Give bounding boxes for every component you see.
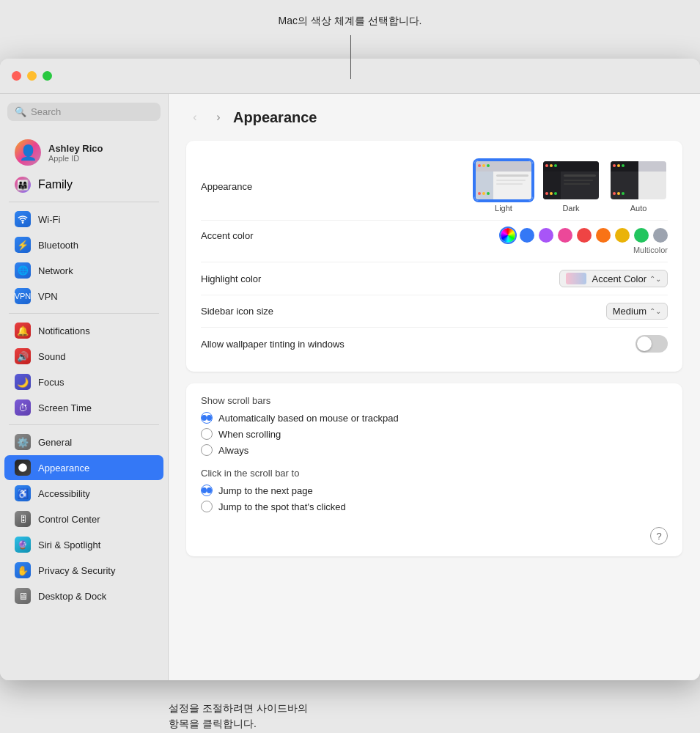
wallpaper-tinting-toggle[interactable] [635, 335, 668, 353]
appearance-label: Appearance [201, 181, 252, 192]
radio-always-label: Always [218, 445, 248, 456]
color-graphite[interactable] [653, 228, 668, 243]
sidebar-icon-size-dropdown[interactable]: Medium ⌃⌄ [606, 303, 668, 320]
sidebar-item-privacy[interactable]: ✋ Privacy & Security [4, 558, 163, 583]
wallpaper-tinting-label: Allow wallpaper tinting in windows [201, 339, 345, 350]
sidebar-item-label: Sound [38, 351, 66, 362]
tooltip-top: Mac의 색상 체계를 선택합니다. [278, 15, 421, 28]
color-blue[interactable] [520, 228, 534, 243]
dark-label: Dark [562, 204, 579, 213]
accent-color-label: Accent color [201, 230, 254, 241]
accent-multicolor-label: Multicolor [633, 246, 668, 254]
sidebar-item-label: Notifications [38, 325, 90, 336]
sidebar-item-label: Control Center [38, 514, 100, 525]
appearance-auto[interactable]: Auto [609, 160, 668, 213]
highlight-preview [566, 273, 586, 284]
sidebar-item-label: Bluetooth [38, 240, 78, 251]
sidebar-item-general[interactable]: ⚙️ General [4, 430, 163, 454]
forward-button[interactable]: › [210, 108, 227, 126]
maximize-button[interactable] [43, 71, 52, 81]
divider [9, 313, 159, 314]
sidebar-icon-size-label: Sidebar icon size [201, 306, 273, 317]
sidebar-item-label: VPN [38, 291, 58, 302]
appearance-card: Appearance [186, 141, 682, 372]
color-green[interactable] [634, 228, 649, 243]
close-button[interactable] [12, 71, 21, 81]
sidebar-item-label: Appearance [38, 463, 89, 474]
color-red[interactable] [577, 228, 592, 243]
click-scroll-label: Click in the scroll bar to [201, 468, 668, 479]
sidebar-item-siri[interactable]: 🔮 Siri & Spotlight [4, 532, 163, 557]
app-window: 🔍 Search 👤 Ashley Rico Apple ID [0, 59, 700, 680]
sidebar-item-screentime[interactable]: ⏱ Screen Time [4, 395, 163, 420]
sidebar-item-network[interactable]: 🌐 Network [4, 258, 163, 283]
help-button[interactable]: ? [650, 527, 668, 545]
sidebar-item-sound[interactable]: 🔊 Sound [4, 344, 163, 369]
accent-color-row: Accent color [201, 221, 668, 262]
radio-always[interactable]: Always [201, 444, 668, 456]
highlight-color-row: Highlight color Accent Color ⌃⌄ [201, 262, 668, 295]
sidebar: 🔍 Search 👤 Ashley Rico Apple ID [0, 94, 169, 680]
color-purple[interactable] [539, 228, 553, 243]
search-bar[interactable]: 🔍 Search [7, 103, 161, 121]
sidebar-item-bluetooth[interactable]: ⚡ Bluetooth [4, 232, 163, 257]
appearance-dark[interactable]: Dark [542, 160, 600, 213]
radio-nextpage[interactable]: Jump to the next page [201, 485, 668, 496]
search-placeholder: Search [31, 106, 61, 117]
radio-spotclicked[interactable]: Jump to the spot that's clicked [201, 501, 668, 512]
sound-icon: 🔊 [15, 348, 31, 364]
sidebar-item-vpn[interactable]: VPN VPN [4, 284, 163, 309]
radio-auto[interactable]: Automatically based on mouse or trackpad [201, 412, 668, 424]
sidebar-item-label: Focus [38, 377, 64, 388]
sidebar-item-user[interactable]: 👤 Ashley Rico Apple ID [4, 133, 163, 172]
notifications-icon: 🔔 [15, 323, 31, 339]
avatar: 👤 [15, 139, 41, 166]
click-scroll-options: Jump to the next page Jump to the spot t… [201, 485, 668, 512]
sidebar-item-label: Wi-Fi [38, 214, 60, 225]
sidebar-item-appearance[interactable]: Appearance [4, 455, 163, 480]
sidebar-item-notifications[interactable]: 🔔 Notifications [4, 318, 163, 343]
click-scroll-section: Click in the scroll bar to Jump to the n… [201, 468, 668, 512]
user-sub: Apple ID [48, 154, 103, 163]
search-icon: 🔍 [15, 106, 26, 117]
scroll-bars-card: Show scroll bars Automatically based on … [186, 383, 682, 556]
sidebar-item-label: Network [38, 265, 73, 276]
minimize-button[interactable] [27, 71, 37, 81]
show-scroll-bars-section: Show scroll bars Automatically based on … [201, 395, 668, 456]
radio-scrolling-label: When scrolling [218, 429, 281, 440]
show-scroll-bars-label: Show scroll bars [201, 395, 668, 406]
light-label: Light [495, 204, 512, 213]
radio-auto-circle [201, 412, 213, 424]
radio-scrolling[interactable]: When scrolling [201, 428, 668, 440]
color-multicolor[interactable] [501, 228, 515, 243]
sidebar-item-family[interactable]: 👨‍👩‍👧 Family [4, 172, 163, 197]
appearance-light[interactable]: Light [474, 160, 533, 213]
color-pink[interactable] [558, 228, 572, 243]
screentime-icon: ⏱ [15, 399, 31, 416]
back-button[interactable]: ‹ [186, 108, 204, 126]
highlight-color-label: Highlight color [201, 273, 261, 284]
radio-nextpage-circle [201, 485, 213, 496]
highlight-color-dropdown[interactable]: Accent Color ⌃⌄ [559, 270, 668, 287]
sidebar-item-label: General [38, 437, 72, 448]
sidebar-item-wifi[interactable]: Wi-Fi [4, 207, 163, 232]
nav-bar: ‹ › Appearance [186, 108, 682, 126]
tooltip-bottom: 설정을 조절하려면 사이드바의 항목을 클릭합니다. [169, 701, 308, 732]
user-name: Ashley Rico [48, 143, 103, 154]
sidebar-item-accessibility[interactable]: ♿ Accessibility [4, 481, 163, 506]
sidebar-item-label: Desktop & Dock [38, 591, 106, 602]
traffic-lights [12, 71, 52, 81]
color-orange[interactable] [596, 228, 611, 243]
radio-spotclicked-label: Jump to the spot that's clicked [218, 501, 346, 512]
sidebar-item-focus[interactable]: 🌙 Focus [4, 369, 163, 394]
radio-nextpage-label: Jump to the next page [218, 485, 313, 496]
sidebar-item-controlcenter[interactable]: 🎛 Control Center [4, 507, 163, 531]
sidebar-item-desktop[interactable]: 🖥 Desktop & Dock [4, 583, 163, 608]
color-yellow[interactable] [615, 228, 630, 243]
show-scroll-bars-options: Automatically based on mouse or trackpad… [201, 412, 668, 456]
radio-spotclicked-circle [201, 501, 213, 512]
wifi-icon [15, 211, 31, 227]
divider [9, 202, 159, 202]
sidebar-icon-size-row: Sidebar icon size Medium ⌃⌄ [201, 295, 668, 328]
focus-icon: 🌙 [15, 374, 31, 390]
